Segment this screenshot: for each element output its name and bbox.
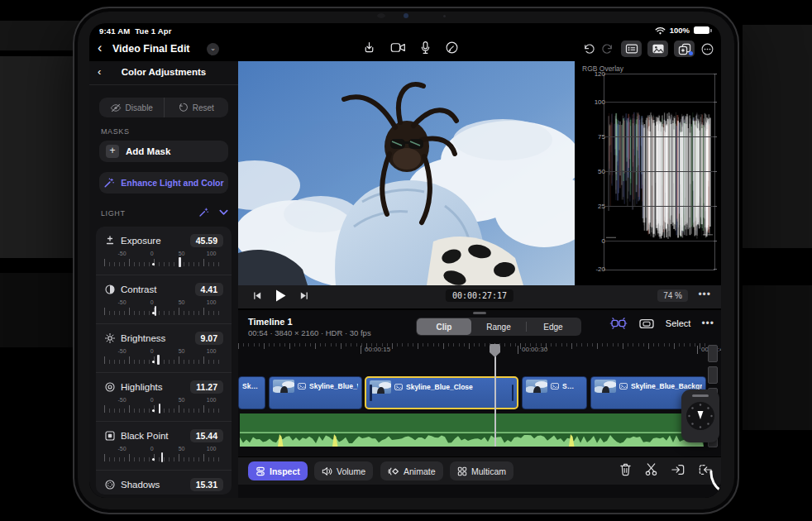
exposure-value[interactable]: 45.59 bbox=[190, 234, 223, 247]
highlights-thumb[interactable] bbox=[159, 404, 161, 413]
highlights-value[interactable]: 11.27 bbox=[190, 380, 223, 394]
contrast-thumb[interactable] bbox=[155, 306, 157, 316]
highlights-ticks bbox=[104, 405, 223, 413]
brightness-value[interactable]: 9.07 bbox=[195, 332, 223, 345]
add-mask-button[interactable]: + Add Mask bbox=[99, 141, 228, 162]
slider-group-black-point: Black Point 15.44 -50050100 bbox=[96, 421, 232, 470]
light-collapse-chevron-icon[interactable] bbox=[219, 209, 228, 216]
trim-handle-left[interactable] bbox=[370, 385, 372, 401]
mode-clip[interactable]: Clip bbox=[417, 318, 471, 335]
timecode-display[interactable]: 00:00:27:17 bbox=[446, 289, 513, 302]
tick-label: 100 bbox=[207, 397, 217, 403]
video-frame bbox=[238, 61, 575, 285]
exposure-thumb[interactable] bbox=[179, 257, 181, 267]
inspect-button[interactable]: Inspect bbox=[248, 461, 308, 480]
scope-tick-dash bbox=[714, 171, 717, 172]
front-camera-lens bbox=[404, 13, 408, 18]
jog-wheel-dial[interactable] bbox=[685, 400, 716, 432]
effects-browser-icon[interactable] bbox=[674, 41, 695, 57]
contrast-slider[interactable]: -50050100 bbox=[104, 299, 223, 321]
black-point-value[interactable]: 15.44 bbox=[190, 429, 223, 442]
select-button[interactable]: Select bbox=[666, 318, 691, 328]
mode-range[interactable]: Range bbox=[471, 318, 526, 335]
scope-gridline bbox=[604, 102, 714, 103]
camera-icon[interactable] bbox=[390, 41, 406, 54]
export-icon[interactable] bbox=[362, 41, 376, 55]
status-time: 9:41 AM bbox=[99, 26, 130, 36]
overlay-clips-icon[interactable] bbox=[638, 317, 655, 330]
exposure-slider[interactable]: -50050100 bbox=[104, 251, 223, 272]
insert-icon[interactable] bbox=[671, 463, 685, 476]
redo-icon[interactable] bbox=[601, 42, 615, 56]
enhance-button[interactable]: Enhance Light and Color bbox=[99, 172, 228, 194]
contrast-value[interactable]: 4.41 bbox=[195, 283, 223, 296]
delete-icon[interactable] bbox=[619, 462, 632, 476]
scope-y-tick: 25 bbox=[584, 203, 605, 210]
multicam-label: Multicam bbox=[471, 466, 506, 476]
timeline-meta: 00:54 · 3840 × 2160 · HDR · 30 fps bbox=[248, 328, 371, 337]
slider-group-exposure: Exposure 45.59 -50050100 bbox=[96, 227, 232, 275]
blade-icon[interactable] bbox=[644, 462, 658, 476]
clip-thumbnail bbox=[595, 380, 616, 393]
more-icon[interactable] bbox=[700, 42, 714, 56]
brightness-thumb[interactable] bbox=[157, 355, 160, 365]
scope-y-tick: 50 bbox=[584, 168, 605, 175]
play-icon[interactable] bbox=[275, 289, 286, 302]
viewer-more-icon[interactable]: ••• bbox=[698, 289, 711, 300]
playhead-line[interactable] bbox=[494, 344, 496, 447]
scope-y-tick: 75 bbox=[584, 133, 605, 141]
black-point-slider[interactable]: -50050100 bbox=[104, 446, 223, 467]
backdrop-panel-right-lower bbox=[743, 285, 812, 430]
viewer-zoom-level[interactable]: 74 % bbox=[657, 289, 688, 302]
pane-resize-grip[interactable] bbox=[473, 312, 486, 314]
status-bar: 9:41 AM Tue 1 Apr 100% bbox=[89, 23, 721, 38]
undo-icon[interactable] bbox=[581, 42, 595, 56]
enhance-label: Enhance Light and Color bbox=[121, 178, 223, 188]
shadows-value[interactable]: 15.31 bbox=[190, 478, 223, 491]
jog-grip[interactable] bbox=[692, 394, 709, 397]
reset-button[interactable]: Reset bbox=[164, 98, 229, 117]
skip-forward-icon[interactable] bbox=[299, 291, 308, 300]
brightness-slider[interactable]: -50050100 bbox=[104, 348, 223, 370]
skip-back-icon[interactable] bbox=[253, 291, 262, 300]
brightness-ticks bbox=[104, 356, 223, 364]
disable-button[interactable]: Disable bbox=[99, 98, 164, 117]
clip-media-icon bbox=[394, 384, 403, 390]
timeline-ruler[interactable]: 00:00:1500:00:3000:00:45 bbox=[238, 343, 709, 356]
slider-group-contrast: Contrast 4.41 -50050100 bbox=[96, 275, 232, 323]
eye-off-icon bbox=[110, 103, 122, 112]
timeline-title: Timeline 1 bbox=[248, 317, 293, 327]
mic-icon[interactable] bbox=[420, 41, 431, 55]
multicam-button[interactable]: Multicam bbox=[450, 461, 513, 480]
black-point-thumb[interactable] bbox=[161, 452, 164, 462]
timeline-clip-3[interactable]: S… bbox=[522, 376, 587, 409]
volume-button[interactable]: Volume bbox=[314, 461, 373, 480]
timeline-more-icon[interactable]: ••• bbox=[701, 318, 714, 329]
browser-toggle-icon[interactable] bbox=[621, 41, 642, 57]
highlights-zero-dot bbox=[152, 409, 155, 412]
project-title[interactable]: Video Final Edit bbox=[112, 43, 190, 55]
timeline-clip-1[interactable]: Skyline_Blue_Wide bbox=[269, 376, 362, 409]
media-browser-icon[interactable] bbox=[647, 41, 668, 57]
contrast-label: Contrast bbox=[121, 284, 189, 294]
snapping-icon[interactable] bbox=[609, 317, 628, 330]
mode-edge[interactable]: Edge bbox=[526, 318, 580, 335]
audio-track[interactable] bbox=[240, 413, 704, 447]
tick-label: 0 bbox=[150, 348, 154, 354]
add-mask-label: Add Mask bbox=[126, 146, 170, 156]
light-auto-wand-icon[interactable] bbox=[198, 207, 209, 217]
back-chevron-icon[interactable]: ‹ bbox=[98, 41, 102, 55]
wifi-icon bbox=[655, 26, 666, 35]
animate-button[interactable]: Animate bbox=[380, 461, 443, 480]
title-dropdown-chevron-icon[interactable]: ⌄ bbox=[207, 43, 219, 55]
exposure-label: Exposure bbox=[121, 236, 184, 246]
highlights-slider[interactable]: -50050100 bbox=[104, 397, 223, 418]
trim-handle-right[interactable] bbox=[512, 385, 514, 401]
tick-label: 100 bbox=[207, 251, 217, 256]
jog-wheel-panel[interactable] bbox=[681, 390, 719, 442]
tick-label: 50 bbox=[179, 348, 185, 354]
light-section-row: LIGHT bbox=[101, 207, 228, 220]
timeline-clip-0[interactable]: Sk… bbox=[238, 376, 265, 409]
rgb-overlay-scope: RGB Overlay 1201007550250-20 bbox=[575, 61, 721, 285]
pencil-icon[interactable] bbox=[445, 41, 459, 55]
